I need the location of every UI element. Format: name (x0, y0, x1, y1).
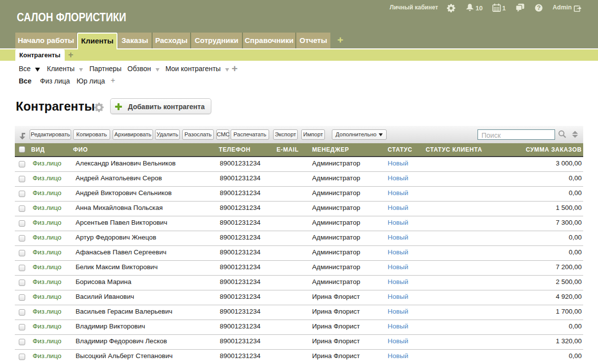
svg-text:?: ? (537, 4, 541, 11)
